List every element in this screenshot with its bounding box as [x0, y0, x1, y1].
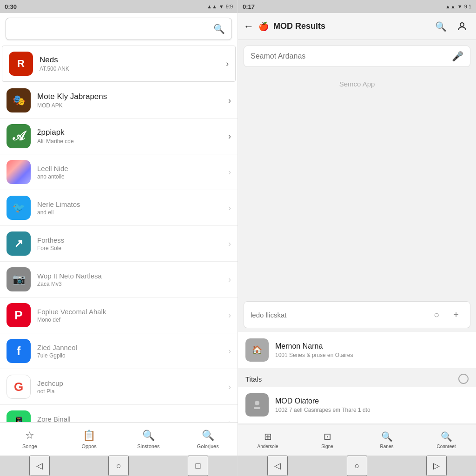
search-button-right[interactable]: 🔍	[432, 18, 449, 35]
back-button-sys-right[interactable]: ◁	[267, 456, 288, 476]
app-name-zied: Zied Janneol	[37, 344, 225, 351]
chevron-icon: ›	[228, 167, 231, 177]
system-bar-right: ◁ ○ ▷	[238, 456, 476, 476]
search-button[interactable]: 🔍	[213, 23, 225, 34]
app-icon-leell	[7, 160, 31, 184]
app-info-leell: Leell Nide ano antolie	[37, 165, 225, 180]
chevron-icon: ›	[228, 203, 231, 213]
app-icon-zied: f	[7, 339, 31, 363]
app-info-mote: Mote Kly Jabrapens MOD APK	[37, 92, 225, 109]
chevron-icon: ›	[228, 418, 231, 423]
list-item[interactable]: 📷 Wop It Neto Nartlesa Zaca Mv3 ›	[0, 262, 238, 298]
back-button-left[interactable]: ◁	[29, 456, 50, 476]
chevron-icon: ›	[226, 59, 229, 69]
bottom-nav-right: ⊞ Andersole ⊡ Signe 🔍 Ranes 🔍 Connreet	[238, 424, 476, 456]
app-icon-foplue: P	[7, 303, 31, 327]
result-item-mernon[interactable]: 🏠 Mernon Narna 1001 Series & pruse en Ot…	[238, 332, 476, 368]
top-bar-right: ← 🍎 MOD Results 🔍	[238, 13, 476, 40]
app-name-jechcup: Jechcup	[37, 379, 225, 387]
home-button-sys-right[interactable]: ○	[347, 456, 367, 476]
app-icon-wop: 📷	[7, 267, 31, 291]
app-name-foplue: Foplue Vecomal Ahalk	[37, 308, 225, 316]
result-item-mod[interactable]: MOD Oiatore 1002 7 aell Casnrapes em Tha…	[238, 387, 476, 423]
list-item[interactable]: f Zied Janneol 7uie Ggplio ›	[0, 333, 238, 369]
app-icon-mote: 🎭	[7, 88, 31, 112]
search-input[interactable]: Search	[13, 23, 213, 35]
semco-label: Semco App	[238, 80, 476, 88]
mic-icon: 🎤	[452, 51, 463, 62]
left-panel: 0:30 ▲▲ ▼ 9:9 Search 🔍 R Neds AT.500 ANK…	[0, 0, 238, 476]
list-item[interactable]: Leell Nide ano antolie ›	[0, 154, 238, 190]
profile-button-right[interactable]	[454, 18, 470, 35]
nav-item-ranes[interactable]: 🔍 Ranes	[357, 431, 416, 449]
search-nav-icon2: 🔍	[202, 430, 214, 442]
app-icon-forthess: ↗	[7, 231, 31, 256]
section-circle-icon	[458, 374, 469, 384]
circle-button[interactable]: ○	[429, 307, 444, 322]
svg-point-0	[460, 23, 464, 26]
app-sub-wop: Zaca Mv3	[37, 281, 225, 287]
bottom-nav-left: ☆ Songe 📋 Oppos 🔍 Sinstones 🔍 Golorjues	[0, 422, 238, 456]
forward-button-sys-right[interactable]: ▷	[426, 456, 447, 476]
app-name-zore: Zore Binall	[37, 415, 225, 423]
app-sub-leell: ano antolie	[37, 173, 225, 180]
result-icon-mernon: 🏠	[245, 338, 269, 362]
app-sub-zppi: Alil Maribe cde	[37, 138, 225, 145]
section-titals: Titals	[238, 369, 476, 387]
nav-label-ranes: Ranes	[380, 444, 394, 449]
app-info-nerle: Nerle Limatos and ell	[37, 200, 225, 216]
bottom-input[interactable]	[251, 311, 424, 319]
list-item[interactable]: 🐦 Nerle Limatos and ell ›	[0, 190, 238, 226]
nav-item-connreet[interactable]: 🔍 Connreet	[416, 431, 476, 449]
signal-icon-left: ▲▲	[207, 4, 217, 9]
chevron-icon: ›	[228, 311, 231, 320]
apps-icon: 📋	[83, 430, 95, 442]
star-icon: ☆	[25, 430, 34, 442]
chevron-icon: ›	[228, 96, 231, 106]
list-item[interactable]: 𝒜 žppiapk Alil Maribe cde ›	[0, 119, 238, 154]
search-bar-container: Search 🔍	[6, 18, 232, 40]
nav-item-sinstones[interactable]: 🔍 Sinstones	[119, 430, 178, 449]
search-icon-right: 🔍	[381, 431, 393, 442]
app-info-neds: Neds AT.500 ANK	[40, 55, 222, 72]
svg-rect-2	[254, 407, 260, 409]
section-titals-label: Titals	[245, 375, 262, 383]
app-icon-jechcup: G	[7, 375, 31, 399]
nav-item-andersole[interactable]: ⊞ Andersole	[238, 431, 298, 449]
result-icon-mod	[245, 393, 269, 416]
app-name-wop: Wop It Neto Nartlesa	[37, 272, 225, 280]
chevron-icon: ›	[228, 275, 231, 284]
home-button-left[interactable]: ○	[108, 456, 129, 476]
app-sub-nerle: and ell	[37, 209, 225, 216]
plus-button[interactable]: +	[449, 307, 463, 322]
grid-icon: ⊞	[264, 431, 272, 442]
nav-item-signe[interactable]: ⊡ Signe	[298, 431, 357, 449]
list-item[interactable]: R Neds AT.500 ANK ›	[2, 46, 236, 82]
nav-item-songe[interactable]: ☆ Songe	[0, 430, 60, 449]
status-icons-right: ▲▲ ▼ 9 1	[445, 4, 471, 9]
list-item[interactable]: ↗ Forthess Fore Sole ›	[0, 226, 238, 262]
nav-item-golorjues[interactable]: 🔍 Golorjues	[178, 430, 238, 449]
app-sub-mote: MOD APK	[37, 102, 225, 109]
list-item[interactable]: G Jechcup oot Pla ›	[0, 369, 238, 405]
app-sub-neds: AT.500 ANK	[40, 66, 222, 72]
nav-item-oppos[interactable]: 📋 Oppos	[60, 430, 119, 449]
result-name-mernon: Mernon Narna	[275, 342, 469, 350]
recent-button-left[interactable]: □	[188, 456, 208, 476]
page-title: MOD Results	[273, 21, 428, 31]
nav-label-songe: Songe	[22, 443, 37, 449]
search-nav-icon: 🔍	[142, 430, 155, 442]
list-item[interactable]: 🎭 Mote Kly Jabrapens MOD APK ›	[0, 83, 238, 119]
wifi-icon-right: ▼	[457, 4, 463, 9]
chevron-icon: ›	[228, 132, 231, 141]
status-time-right: 0:17	[243, 3, 255, 10]
search-icon-right2: 🔍	[441, 431, 452, 442]
result-info-mernon: Mernon Narna 1001 Series & pruse en Otai…	[275, 342, 469, 358]
list-item[interactable]: 📱 Zore Binall Zorn bb Meno ›	[0, 405, 238, 422]
app-info-zppi: žppiapk Alil Maribe cde	[37, 128, 225, 145]
app-sub-zied: 7uie Ggplio	[37, 352, 225, 359]
back-button-right[interactable]: ←	[244, 20, 254, 33]
list-item[interactable]: P Foplue Vecomal Ahalk Mono def ›	[0, 298, 238, 333]
right-search-input[interactable]	[251, 52, 452, 60]
battery-icon-left: 9:9	[226, 4, 233, 9]
